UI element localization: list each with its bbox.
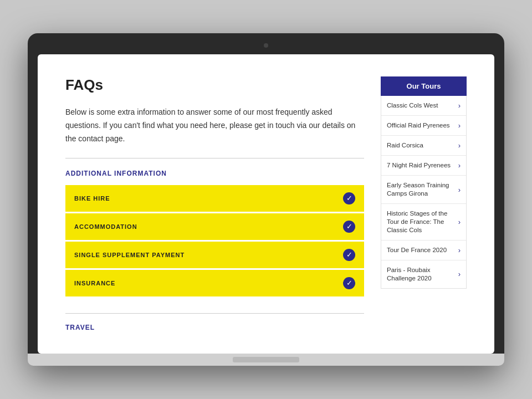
webcam xyxy=(264,43,268,48)
accordion-label: SINGLE SUPPLEMENT PAYMENT xyxy=(74,252,185,258)
intro-paragraph: Below is some extra information to answe… xyxy=(65,106,364,145)
chevron-right-icon: › xyxy=(458,218,461,226)
accordion-chevron-icon: ✓ xyxy=(343,192,355,204)
chevron-right-icon: › xyxy=(458,161,461,170)
accordion-chevron-icon: ✓ xyxy=(343,277,355,289)
page-layout: FAQs Below is some extra information to … xyxy=(38,54,494,353)
additional-info-heading: ADDITIONAL INFORMATION xyxy=(65,170,364,177)
sidebar-item-label: Paris - Roubaix Challenge 2020 xyxy=(387,266,455,283)
chevron-right-icon: › xyxy=(458,141,461,150)
sidebar-item-early-season-training[interactable]: Early Season Training Camps Girona › xyxy=(381,176,466,204)
accordion-list: BIKE HIRE ✓ ACCOMMODATION ✓ SINGLE SUPPL… xyxy=(65,185,364,296)
trackpad xyxy=(233,357,299,362)
divider-bottom xyxy=(65,313,364,314)
sidebar-list: Classic Cols West › Official Raid Pyrene… xyxy=(381,96,467,289)
sidebar-item-tour-de-france-2020[interactable]: Tour De France 2020 › xyxy=(381,241,466,260)
sidebar-item-7-night-raid-pyrenees[interactable]: 7 Night Raid Pyrenees › xyxy=(381,156,466,176)
chevron-right-icon: › xyxy=(458,270,461,278)
accordion-label: BIKE HIRE xyxy=(74,195,110,202)
chevron-right-icon: › xyxy=(458,121,461,130)
sidebar-item-historic-stages[interactable]: Historic Stages of the Tour de France: T… xyxy=(381,204,466,241)
sidebar-item-classic-cols-west[interactable]: Classic Cols West › xyxy=(381,96,466,116)
page-title: FAQs xyxy=(65,76,364,94)
laptop-screen: FAQs Below is some extra information to … xyxy=(38,54,494,353)
accordion-chevron-icon: ✓ xyxy=(343,249,355,261)
sidebar-item-label: Early Season Training Camps Girona xyxy=(387,181,455,198)
sidebar-item-official-raid-pyrenees[interactable]: Official Raid Pyrenees › xyxy=(381,116,466,136)
sidebar-item-paris-roubaix[interactable]: Paris - Roubaix Challenge 2020 › xyxy=(381,260,466,288)
chevron-right-icon: › xyxy=(458,186,461,194)
accordion-item-bike-hire[interactable]: BIKE HIRE ✓ xyxy=(65,185,364,212)
divider-top xyxy=(65,158,364,158)
sidebar-item-label: Classic Cols West xyxy=(387,101,455,110)
sidebar: Our Tours Classic Cols West › Official R… xyxy=(381,76,467,331)
travel-heading: TRAVEL xyxy=(65,324,364,331)
sidebar-item-label: 7 Night Raid Pyrenees xyxy=(387,161,455,170)
accordion-chevron-icon: ✓ xyxy=(343,221,355,233)
accordion-label: INSURANCE xyxy=(74,280,115,287)
laptop-base xyxy=(28,354,504,366)
sidebar-item-label: Historic Stages of the Tour de France: T… xyxy=(387,209,455,234)
main-content: FAQs Below is some extra information to … xyxy=(65,76,364,331)
sidebar-item-raid-corsica[interactable]: Raid Corsica › xyxy=(381,136,466,156)
sidebar-title: Our Tours xyxy=(381,76,467,96)
sidebar-item-label: Official Raid Pyrenees xyxy=(387,121,455,130)
accordion-item-single-supplement[interactable]: SINGLE SUPPLEMENT PAYMENT ✓ xyxy=(65,242,364,268)
accordion-item-insurance[interactable]: INSURANCE ✓ xyxy=(65,270,364,296)
laptop-container: FAQs Below is some extra information to … xyxy=(28,33,504,365)
accordion-item-accommodation[interactable]: ACCOMMODATION ✓ xyxy=(65,213,364,240)
chevron-right-icon: › xyxy=(458,246,461,254)
accordion-label: ACCOMMODATION xyxy=(74,223,137,230)
sidebar-item-label: Tour De France 2020 xyxy=(387,246,455,254)
sidebar-item-label: Raid Corsica xyxy=(387,141,455,150)
chevron-right-icon: › xyxy=(458,101,461,110)
